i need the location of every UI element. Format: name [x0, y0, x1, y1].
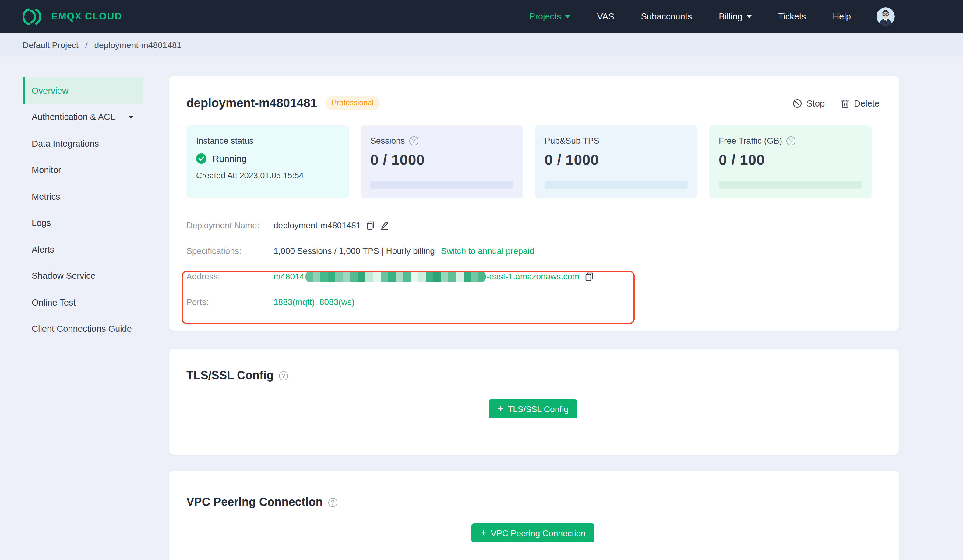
question-icon[interactable]: ?: [328, 498, 337, 507]
breadcrumb-project[interactable]: Default Project: [23, 40, 79, 50]
deployment-name-value: deployment-m4801481: [274, 220, 389, 230]
main-content: deployment-m4801481 Professional Stop: [169, 57, 899, 560]
tls-ssl-title-row: TLS/SSL Config ?: [186, 369, 880, 382]
stop-button[interactable]: Stop: [793, 98, 825, 108]
switch-annual-prepaid-link[interactable]: Switch to annual prepaid: [441, 246, 535, 256]
nav-vas[interactable]: VAS: [597, 11, 614, 21]
active-indicator-bar: [23, 77, 25, 104]
sidebar-item-client-connections-guide[interactable]: Client Connections Guide: [23, 316, 143, 342]
vpc-peering-card: VPC Peering Connection ? + VPC Peering C…: [169, 471, 899, 560]
sidebar: Overview Authentication & ACL Data Integ…: [23, 57, 143, 342]
chevron-down-icon: [747, 15, 752, 18]
deployment-overview-card: deployment-m4801481 Professional Stop: [169, 76, 899, 330]
nav-billing[interactable]: Billing: [719, 11, 751, 21]
chevron-down-icon: [566, 15, 571, 18]
sessions-progress-bar: [370, 181, 514, 189]
pubsub-tps-label: Pub&Sub TPS: [545, 136, 688, 146]
user-avatar[interactable]: [877, 7, 895, 26]
instance-status-value: Running: [196, 154, 339, 164]
deployment-header: deployment-m4801481 Professional Stop: [186, 96, 880, 110]
free-traffic-card: Free Traffic (GB)? 0 / 100: [709, 125, 872, 198]
specifications-row: Specifications: 1,000 Sessions / 1,000 T…: [186, 238, 880, 264]
plan-badge: Professional: [325, 96, 380, 110]
sidebar-item-data-integrations[interactable]: Data Integrations: [23, 130, 143, 157]
stats-row: Instance status Running Created At: 2023…: [186, 125, 880, 198]
pubsub-tps-progress-bar: [545, 181, 688, 189]
sidebar-item-shadow-service[interactable]: Shadow Service: [23, 263, 143, 289]
address-value: m48014 -east-1.amazonaws.com: [274, 270, 593, 282]
instance-status-card: Instance status Running Created At: 2023…: [186, 125, 349, 198]
instance-status-label: Instance status: [196, 136, 339, 146]
edit-icon[interactable]: [380, 221, 389, 230]
breadcrumb-separator: /: [85, 40, 88, 50]
top-navbar: EMQX CLOUD Projects VAS Subaccounts Bill…: [0, 0, 963, 33]
sidebar-item-alerts[interactable]: Alerts: [23, 236, 143, 263]
specifications-label: Specifications:: [186, 246, 274, 256]
sessions-card: Sessions? 0 / 1000: [361, 125, 523, 198]
sidebar-item-online-test[interactable]: Online Test: [23, 289, 143, 316]
redacted-address-mosaic: [305, 270, 486, 282]
sidebar-item-metrics[interactable]: Metrics: [23, 183, 143, 210]
nav-subaccounts[interactable]: Subaccounts: [641, 11, 692, 21]
pubsub-tps-value: 0 / 1000: [545, 152, 688, 168]
breadcrumb-current: deployment-m4801481: [94, 40, 181, 50]
nav-links: Projects VAS Subaccounts Billing Tickets…: [529, 11, 851, 21]
free-traffic-value: 0 / 100: [719, 152, 862, 168]
breadcrumb: Default Project / deployment-m4801481: [0, 33, 963, 57]
check-circle-icon: [196, 154, 206, 164]
sessions-value: 0 / 1000: [370, 152, 514, 168]
nav-tickets[interactable]: Tickets: [778, 11, 806, 21]
free-traffic-progress-bar: [719, 181, 862, 189]
free-traffic-label: Free Traffic (GB)?: [719, 136, 862, 146]
created-at: Created At: 2023.01.05 15:54: [196, 171, 339, 180]
plus-icon: +: [480, 528, 486, 538]
copy-icon[interactable]: [366, 221, 374, 230]
deployment-name-row: Deployment Name: deployment-m4801481: [186, 212, 880, 238]
brand-logo[interactable]: EMQX CLOUD: [23, 7, 122, 26]
copy-icon[interactable]: [585, 272, 593, 281]
deployment-details: Deployment Name: deployment-m4801481: [186, 212, 880, 315]
chevron-down-icon: [128, 116, 133, 119]
vpc-peering-title-row: VPC Peering Connection ?: [186, 495, 880, 509]
tls-ssl-card: TLS/SSL Config ? + TLS/SSL Config: [169, 349, 899, 455]
nav-projects[interactable]: Projects: [529, 11, 571, 21]
pubsub-tps-card: Pub&Sub TPS 0 / 1000: [535, 125, 697, 198]
add-vpc-peering-button[interactable]: + VPC Peering Connection: [471, 523, 595, 542]
address-label: Address:: [186, 272, 274, 281]
delete-button[interactable]: Delete: [841, 98, 880, 108]
stop-icon: [793, 98, 802, 108]
plus-icon: +: [497, 403, 503, 414]
question-icon[interactable]: ?: [786, 136, 796, 145]
trash-icon: [841, 98, 850, 108]
deployment-name-label: Deployment Name:: [186, 220, 274, 230]
address-row: Address: m48014 -east-1.amazonaws.com: [186, 264, 880, 289]
deployment-actions: Stop Delete: [793, 98, 880, 108]
nav-help[interactable]: Help: [833, 11, 851, 21]
sidebar-item-overview[interactable]: Overview: [23, 77, 143, 104]
ports-value: 1883(mqtt), 8083(ws): [274, 297, 355, 307]
tls-ssl-title: TLS/SSL Config: [186, 369, 274, 382]
question-icon[interactable]: ?: [279, 371, 288, 380]
question-icon[interactable]: ?: [409, 136, 418, 145]
ports-label: Ports:: [186, 297, 274, 307]
emqx-cloud-console: EMQX CLOUD Projects VAS Subaccounts Bill…: [0, 0, 963, 560]
ports-row: Ports: 1883(mqtt), 8083(ws): [186, 289, 880, 315]
brand-name: EMQX CLOUD: [51, 11, 122, 22]
add-tls-ssl-config-button[interactable]: + TLS/SSL Config: [488, 399, 578, 418]
deployment-title: deployment-m4801481: [186, 96, 317, 110]
sessions-label: Sessions?: [370, 136, 514, 146]
specifications-value: 1,000 Sessions / 1,000 TPS | Hourly bill…: [274, 246, 534, 256]
vpc-peering-title: VPC Peering Connection: [186, 495, 323, 509]
sidebar-item-monitor[interactable]: Monitor: [23, 157, 143, 183]
sidebar-item-logs[interactable]: Logs: [23, 210, 143, 236]
sidebar-item-authentication-acl[interactable]: Authentication & ACL: [23, 104, 143, 130]
emqx-logo-icon: [23, 7, 43, 26]
